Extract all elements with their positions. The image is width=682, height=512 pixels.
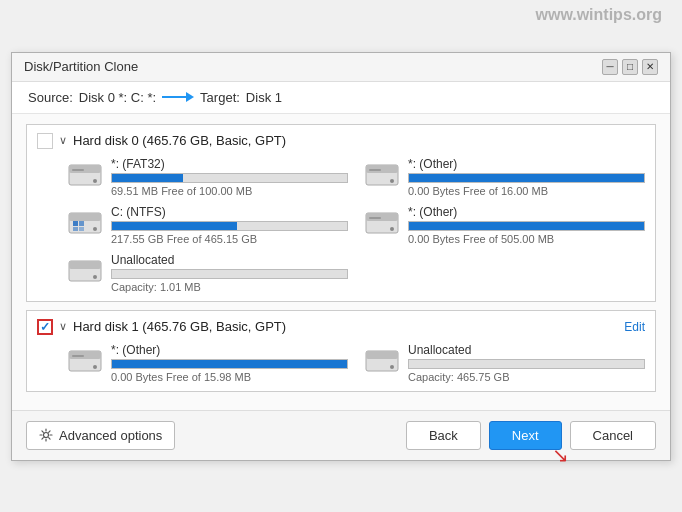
- svg-point-17: [390, 227, 394, 231]
- advanced-options-button[interactable]: Advanced options: [26, 421, 175, 450]
- disk-box-1: ✓ ∨ Hard disk 1 (465.76 GB, Basic, GPT) …: [26, 310, 656, 392]
- progress-bar-fill: [112, 222, 237, 230]
- partition-item: *: (FAT32) 69.51 MB Free of 100.00 MB: [67, 157, 348, 197]
- disk1-chevron[interactable]: ∨: [59, 320, 67, 333]
- progress-bar-fill: [409, 174, 644, 182]
- progress-bar-wrap: [111, 359, 348, 369]
- disk-icon: [67, 159, 103, 187]
- partition-size: 69.51 MB Free of 100.00 MB: [111, 185, 348, 197]
- disk0-checkbox[interactable]: [37, 133, 53, 149]
- partition-name: Unallocated: [111, 253, 348, 267]
- disk-icon: [364, 345, 400, 373]
- partition-info: *: (FAT32) 69.51 MB Free of 100.00 MB: [111, 157, 348, 197]
- svg-point-24: [93, 365, 97, 369]
- gear-icon: [39, 428, 53, 442]
- svg-rect-27: [366, 351, 398, 359]
- progress-bar-wrap: [111, 221, 348, 231]
- partition-size: 0.00 Bytes Free of 15.98 MB: [111, 371, 348, 383]
- partition-info: C: (NTFS) 217.55 GB Free of 465.15 GB: [111, 205, 348, 245]
- advanced-options-label: Advanced options: [59, 428, 162, 443]
- red-arrow-indicator: ↘: [552, 443, 569, 467]
- partition-name: C: (NTFS): [111, 205, 348, 219]
- svg-rect-14: [79, 227, 84, 231]
- maximize-button[interactable]: □: [622, 59, 638, 75]
- partition-size: 217.55 GB Free of 465.15 GB: [111, 233, 348, 245]
- partition-name: *: (Other): [111, 343, 348, 357]
- partition-info: *: (Other) 0.00 Bytes Free of 15.98 MB: [111, 343, 348, 383]
- disk0-chevron[interactable]: ∨: [59, 134, 67, 147]
- title-bar: Disk/Partition Clone ─ □ ✕: [12, 53, 670, 82]
- partition-size: 0.00 Bytes Free of 505.00 MB: [408, 233, 645, 245]
- disk-header-0: ∨ Hard disk 0 (465.76 GB, Basic, GPT): [37, 133, 645, 149]
- disk0-title: Hard disk 0 (465.76 GB, Basic, GPT): [73, 133, 286, 148]
- svg-rect-25: [72, 355, 84, 357]
- partition-info: *: (Other) 0.00 Bytes Free of 505.00 MB: [408, 205, 645, 245]
- partition-name: Unallocated: [408, 343, 645, 357]
- disk1-partitions: *: (Other) 0.00 Bytes Free of 15.98 MB: [37, 343, 645, 383]
- svg-rect-11: [73, 221, 78, 226]
- disk-icon: [364, 207, 400, 235]
- partition-item: *: (Other) 0.00 Bytes Free of 505.00 MB: [364, 205, 645, 245]
- progress-bar-wrap: [408, 221, 645, 231]
- progress-bar-fill: [112, 360, 347, 368]
- close-button[interactable]: ✕: [642, 59, 658, 75]
- cancel-button[interactable]: Cancel: [570, 421, 656, 450]
- partition-name: *: (Other): [408, 157, 645, 171]
- window-title: Disk/Partition Clone: [24, 59, 138, 74]
- svg-rect-20: [69, 261, 101, 269]
- svg-rect-13: [73, 227, 78, 231]
- footer-buttons: Back Next ↘ Cancel: [406, 421, 656, 450]
- svg-rect-9: [69, 213, 101, 221]
- progress-bar-wrap: [408, 173, 645, 183]
- partition-item: Unallocated Capacity: 1.01 MB: [67, 253, 348, 293]
- progress-bar-fill: [112, 174, 183, 182]
- disk0-partitions: *: (FAT32) 69.51 MB Free of 100.00 MB: [37, 157, 645, 293]
- partition-size: 0.00 Bytes Free of 16.00 MB: [408, 185, 645, 197]
- partition-name: *: (FAT32): [111, 157, 348, 171]
- partition-info: Unallocated Capacity: 465.75 GB: [408, 343, 645, 383]
- arrow-icon: [162, 90, 194, 104]
- partition-info: Unallocated Capacity: 1.01 MB: [111, 253, 348, 293]
- svg-rect-12: [79, 221, 84, 226]
- svg-rect-18: [369, 217, 381, 219]
- target-value: Disk 1: [246, 90, 282, 105]
- windows-disk-icon: [67, 207, 103, 235]
- minimize-button[interactable]: ─: [602, 59, 618, 75]
- svg-point-6: [390, 179, 394, 183]
- svg-point-10: [93, 227, 97, 231]
- checkbox-check: ✓: [40, 321, 50, 333]
- svg-point-2: [93, 179, 97, 183]
- partition-name: *: (Other): [408, 205, 645, 219]
- svg-rect-7: [369, 169, 381, 171]
- partition-size: Capacity: 1.01 MB: [111, 281, 348, 293]
- partition-item: Unallocated Capacity: 465.75 GB: [364, 343, 645, 383]
- content-area: ∨ Hard disk 0 (465.76 GB, Basic, GPT): [12, 114, 670, 410]
- disk1-edit-link[interactable]: Edit: [624, 320, 645, 334]
- disk-icon: [67, 255, 103, 283]
- progress-bar-wrap: [111, 269, 348, 279]
- progress-bar-wrap: [408, 359, 645, 369]
- partition-item: *: (Other) 0.00 Bytes Free of 16.00 MB: [364, 157, 645, 197]
- svg-point-29: [44, 433, 49, 438]
- source-value: Disk 0 *: C: *:: [79, 90, 156, 105]
- target-label: Target:: [200, 90, 240, 105]
- svg-point-21: [93, 275, 97, 279]
- partition-item: C: (NTFS) 217.55 GB Free of 465.15 GB: [67, 205, 348, 245]
- disk1-title: Hard disk 1 (465.76 GB, Basic, GPT): [73, 319, 286, 334]
- watermark: www.wintips.org: [535, 6, 662, 24]
- disk1-checkbox[interactable]: ✓: [37, 319, 53, 335]
- main-window: Disk/Partition Clone ─ □ ✕ Source: Disk …: [11, 52, 671, 461]
- progress-bar-wrap: [111, 173, 348, 183]
- svg-point-28: [390, 365, 394, 369]
- disk-icon: [67, 345, 103, 373]
- back-button[interactable]: Back: [406, 421, 481, 450]
- next-label: Next: [512, 428, 539, 443]
- progress-bar-fill: [409, 222, 644, 230]
- next-button[interactable]: Next ↘: [489, 421, 562, 450]
- footer: Advanced options Back Next ↘ Cancel: [12, 410, 670, 460]
- disk-icon: [364, 159, 400, 187]
- disk-header-1: ✓ ∨ Hard disk 1 (465.76 GB, Basic, GPT) …: [37, 319, 645, 335]
- partition-size: Capacity: 465.75 GB: [408, 371, 645, 383]
- source-label: Source:: [28, 90, 73, 105]
- svg-rect-3: [72, 169, 84, 171]
